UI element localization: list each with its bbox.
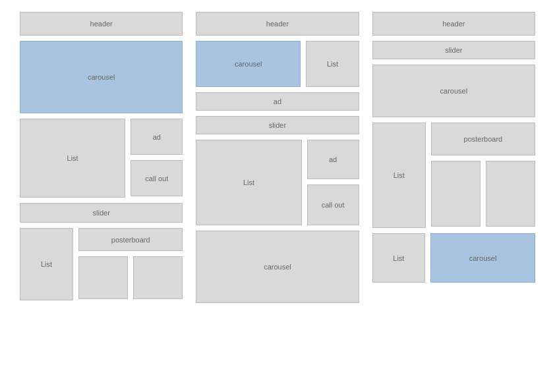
c3-carousel2: carousel [430,233,535,283]
c3-header: header [372,12,535,36]
c3-list2: List [372,233,425,283]
c2-carousel2: carousel [196,231,359,303]
c1-row3 [78,256,183,300]
c2-ad: ad [196,92,359,111]
column-3: header slider carousel List posterboard … [372,12,535,303]
c1-posterboard: posterboard [78,228,183,251]
c3-col1: posterboard [431,123,535,228]
c3-row3: List carousel [372,233,535,283]
c3-sub2 [486,161,535,227]
c3-carousel: carousel [372,65,535,117]
c2-ad2: ad [307,140,359,179]
c1-slider: slider [20,203,183,223]
c2-list2: List [196,140,301,225]
column-1: header carousel List ad call out slider … [20,12,183,303]
c3-list: List [372,123,426,228]
c1-list2: List [20,228,73,300]
c2-col1: ad call out [307,140,359,225]
c3-row1: List posterboard [372,123,535,228]
c1-carousel: carousel [20,41,183,113]
c1-row1: List ad call out [20,119,183,198]
c2-callout: call out [307,184,359,225]
c1-list: List [20,119,125,198]
c1-row2: List posterboard [20,228,183,300]
c3-slider: slider [372,41,535,59]
c1-header: header [20,12,183,36]
c1-sub1 [78,256,128,299]
canvas: header carousel List ad call out slider … [0,0,555,315]
c2-header: header [196,12,359,36]
c2-row2: List ad call out [196,140,359,225]
c1-col1: ad call out [131,119,183,198]
c1-sub2 [133,256,183,299]
c1-ad: ad [131,119,183,155]
c3-row2 [431,161,535,228]
c1-col2: posterboard [78,228,183,300]
c2-carousel: carousel [196,41,301,87]
column-2: header carousel List ad slider List ad c… [196,12,359,303]
c3-sub1 [431,161,481,227]
c2-list: List [306,41,359,87]
c3-posterboard: posterboard [431,123,535,155]
c2-row1: carousel List [196,41,359,87]
c2-slider: slider [196,116,359,134]
c1-callout: call out [131,160,183,196]
